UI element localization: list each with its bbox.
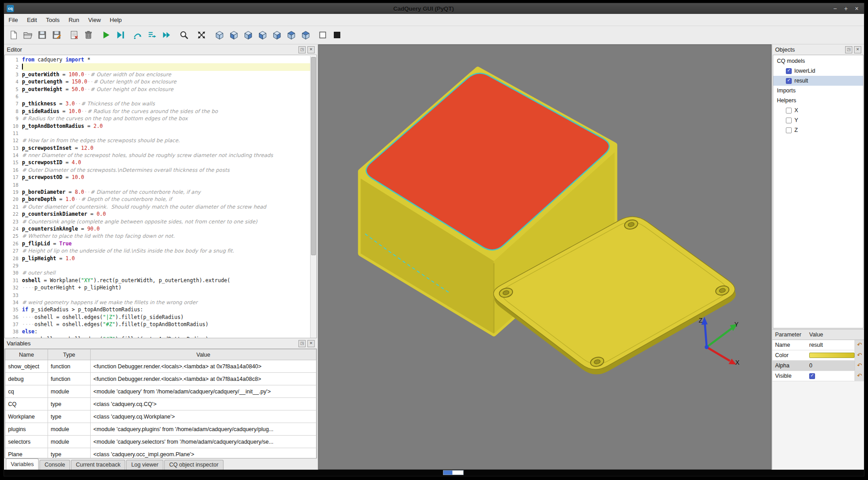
code-line-13[interactable]: 13p_screwpostInset = 12.0 — [5, 144, 310, 152]
param-value-name[interactable]: result — [807, 342, 855, 348]
view-right-button[interactable] — [270, 28, 283, 42]
tree-item-z[interactable]: Z — [773, 125, 863, 135]
reset-param-button[interactable]: ↶ — [855, 350, 864, 360]
minimize-button[interactable]: − — [833, 5, 837, 12]
code-line-9[interactable]: 9# Radius for the curves on the top and … — [5, 115, 310, 122]
code-line-31[interactable]: 31oshell = Workplane("XY").rect(p_outerW… — [5, 277, 310, 284]
tree-item-lowerlid[interactable]: lowerLid — [773, 66, 863, 76]
close-icon[interactable]: ✕ — [307, 340, 315, 347]
variable-row-CQ[interactable]: CQtype<class 'cadquery.cq.CQ'> — [5, 398, 316, 410]
code-line-4[interactable]: 4p_outerLength = 150.0··# Outer length o… — [5, 78, 310, 85]
code-line-29[interactable]: 29 — [5, 262, 310, 269]
open-file-button[interactable] — [21, 28, 35, 42]
tab-variables[interactable]: Variables — [6, 458, 39, 470]
code-line-2[interactable]: 2 — [5, 63, 310, 70]
code-line-10[interactable]: 10p_topAndBottomRadius = 2.0 — [5, 122, 310, 130]
code-line-15[interactable]: 15p_screwpostID = 4.0 — [5, 159, 310, 166]
checkbox-result[interactable] — [786, 78, 792, 84]
view-shaded-button[interactable] — [330, 28, 344, 42]
code-line-26[interactable]: 26p_flipLid = True — [5, 240, 310, 247]
color-swatch[interactable] — [809, 353, 855, 358]
code-line-3[interactable]: 3p_outerWidth = 100.0··# Outer width of … — [5, 71, 310, 78]
code-line-33[interactable]: 33 — [5, 292, 310, 299]
tree-item-y[interactable]: Y — [773, 115, 863, 125]
tree-item-result[interactable]: result — [773, 76, 863, 86]
tab-cq-object-inspector[interactable]: CQ object inspector — [164, 460, 224, 470]
view-bottom-button[interactable] — [298, 28, 312, 42]
menu-edit[interactable]: Edit — [22, 17, 41, 23]
tree-item-x[interactable]: X — [773, 105, 863, 115]
3d-viewport[interactable]: Z Y X — [318, 44, 772, 470]
undock-icon[interactable]: ◳ — [845, 46, 852, 53]
menu-help[interactable]: Help — [105, 17, 127, 23]
code-line-17[interactable]: 17p_screwpostOD = 10.0 — [5, 174, 310, 181]
code-line-22[interactable]: 22p_countersinkDiameter = 0.0 — [5, 210, 310, 218]
tree-item-helpers[interactable]: Helpers — [773, 96, 863, 105]
checkbox-x[interactable] — [786, 108, 792, 113]
code-line-35[interactable]: 35if p_sideRadius > p_topAndBottomRadius… — [5, 306, 310, 313]
undock-icon[interactable]: ◳ — [298, 340, 306, 347]
view-isometric-button[interactable] — [212, 28, 226, 42]
code-line-19[interactable]: 19p_boreDiameter = 8.0··# Diameter of th… — [5, 188, 310, 196]
code-line-12[interactable]: 12# How far in from the edges the screwp… — [5, 137, 310, 144]
code-area[interactable]: 1from cadquery import *23p_outerWidth = … — [5, 56, 310, 338]
code-line-39[interactable]: 39····oshell = oshell.edges("#Z").fillet… — [5, 336, 310, 338]
code-line-11[interactable]: 11 — [5, 130, 310, 137]
code-line-16[interactable]: 16# Outer Diameter of the screwposts.\nD… — [5, 166, 310, 174]
variable-row-debug[interactable]: debugfunction<function Debugger.render.<… — [5, 373, 316, 385]
code-line-1[interactable]: 1from cadquery import * — [5, 56, 310, 63]
step-into-button[interactable] — [145, 28, 159, 42]
save-as-button[interactable] — [50, 28, 63, 42]
code-line-7[interactable]: 7p_thickness = 3.0··# Thickness of the b… — [5, 100, 310, 107]
param-value-alpha[interactable]: 0 — [807, 362, 855, 369]
menu-view[interactable]: View — [84, 17, 105, 23]
view-back-button[interactable] — [241, 28, 254, 42]
title-bar[interactable]: cq CadQuery GUI (PyQT) −+× — [4, 3, 864, 14]
column-header-type[interactable]: Type — [48, 349, 91, 360]
variable-row-show_object[interactable]: show_objectfunction<function Debugger.re… — [5, 360, 316, 373]
reset-param-button[interactable]: ↶ — [855, 340, 864, 350]
code-line-18[interactable]: 18 — [5, 181, 310, 188]
param-row-color[interactable]: Color↶ — [772, 350, 864, 361]
variable-row-cq[interactable]: cqmodule<module 'cadquery' from '/home/a… — [5, 385, 316, 398]
code-line-20[interactable]: 20p_boreDepth = 1.0··# Depth of the coun… — [5, 196, 310, 203]
delete-objects-button[interactable] — [82, 28, 95, 42]
menu-file[interactable]: File — [4, 17, 22, 23]
scrollbar-thumb[interactable] — [311, 57, 316, 255]
code-line-23[interactable]: 23# Countersink angle (complete angle be… — [5, 218, 310, 225]
code-line-32[interactable]: 32····p_outerHeight + p_lipHeight) — [5, 284, 310, 291]
close-icon[interactable]: ✕ — [307, 46, 315, 53]
variable-row-Workplane[interactable]: Workplanetype<class 'cadquery.cq.Workpla… — [5, 410, 316, 423]
code-line-34[interactable]: 34# weird geometry happens if we make th… — [5, 299, 310, 306]
view-front-button[interactable] — [227, 28, 240, 42]
clear-console-button[interactable] — [67, 28, 81, 42]
maximize-button[interactable]: + — [844, 5, 848, 12]
step-over-button[interactable] — [131, 28, 145, 42]
variable-row-Plane[interactable]: Planetype<class 'cadquery.occ_impl.geom.… — [5, 448, 316, 459]
run-to-line-button[interactable] — [160, 28, 173, 42]
tab-current-traceback[interactable]: Current traceback — [71, 460, 125, 470]
variable-row-plugins[interactable]: pluginsmodule<module 'cadquery.plugins' … — [5, 423, 316, 436]
save-file-button[interactable] — [35, 28, 49, 42]
code-line-27[interactable]: 27# Height of lip on the underside of th… — [5, 247, 310, 254]
reset-param-button[interactable]: ↶ — [855, 371, 864, 381]
variable-row-selectors[interactable]: selectorsmodule<module 'cadquery.selecto… — [5, 436, 316, 448]
reset-param-button[interactable]: ↶ — [855, 361, 864, 371]
editor-scrollbar[interactable] — [310, 56, 316, 338]
code-line-8[interactable]: 8p_sideRadius = 10.0··# Radius for the c… — [5, 108, 310, 115]
param-row-visible[interactable]: Visible↶ — [772, 371, 864, 381]
code-line-38[interactable]: 38else: — [5, 328, 310, 335]
run-script-button[interactable] — [99, 28, 113, 42]
checkbox-y[interactable] — [786, 118, 792, 123]
checkbox-z[interactable] — [786, 127, 792, 133]
param-row-name[interactable]: Nameresult↶ — [772, 340, 864, 350]
close-button[interactable]: × — [855, 5, 859, 12]
debug-script-button[interactable] — [114, 28, 127, 42]
param-row-alpha[interactable]: Alpha0↶ — [772, 361, 864, 371]
tab-log-viewer[interactable]: Log viewer — [126, 460, 163, 470]
code-line-24[interactable]: 24p_countersinkAngle = 90.0 — [5, 225, 310, 232]
code-line-6[interactable]: 6 — [5, 93, 310, 100]
visible-checkbox[interactable] — [809, 373, 815, 379]
menu-tools[interactable]: Tools — [41, 17, 64, 23]
tree-item-cq-models[interactable]: CQ models — [773, 56, 863, 66]
